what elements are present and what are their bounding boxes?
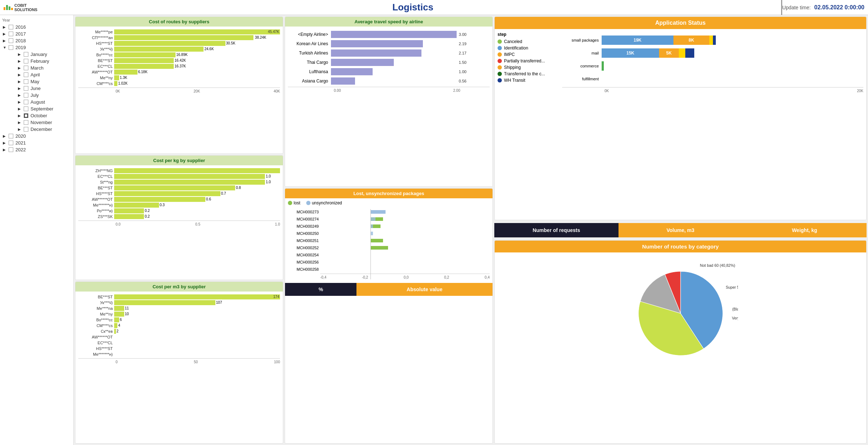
lost-axis-line bbox=[320, 274, 490, 274]
step-label: step bbox=[498, 32, 559, 37]
sidebar-item-2022[interactable]: ▶ 2022 bbox=[2, 146, 71, 153]
sidebar-label-december: December bbox=[31, 127, 52, 132]
checkbox-july[interactable] bbox=[24, 93, 28, 98]
sidebar-item-june[interactable]: ▶ June bbox=[8, 85, 71, 92]
sidebar-item-2020[interactable]: ▶ 2020 bbox=[2, 133, 71, 139]
checkbox-march[interactable] bbox=[24, 66, 28, 70]
bar-fill-zh bbox=[114, 168, 280, 173]
sidebar-item-2021[interactable]: ▶ 2021 bbox=[2, 139, 71, 146]
number-requests-button[interactable]: Number of requests bbox=[494, 223, 619, 237]
expand-arrow-2019: ▼ bbox=[3, 46, 6, 49]
status-bars-mail: 15K 5K bbox=[602, 48, 863, 58]
app-status-header: Application Status bbox=[495, 17, 866, 29]
bar-fill-aw bbox=[114, 70, 137, 75]
checkbox-november[interactable] bbox=[24, 120, 28, 125]
sidebar-label-june: June bbox=[31, 86, 41, 91]
checkbox-may[interactable] bbox=[24, 79, 28, 84]
bar-m3-meny: Ме**ny 10 bbox=[78, 312, 280, 317]
logo-bar-4 bbox=[11, 8, 13, 10]
bar-fill-ro bbox=[114, 208, 144, 213]
wh-dot bbox=[498, 78, 502, 82]
update-label: Update time: bbox=[782, 5, 811, 10]
checkbox-december[interactable] bbox=[24, 127, 28, 132]
lost-row-274: MCH000274 bbox=[320, 216, 490, 222]
sidebar-item-may[interactable]: ▶ May bbox=[8, 78, 71, 85]
checkbox-2017[interactable] bbox=[9, 32, 13, 36]
status-row-small: small packages 19K 8K bbox=[562, 35, 863, 45]
sidebar-item-december[interactable]: ▶ December bbox=[8, 126, 71, 133]
lost-row-251: MCH000251 bbox=[320, 238, 490, 243]
cost-kg-header: Cost per kg by supplier bbox=[75, 156, 283, 165]
header-update: Update time: 02.05.2022 0:00:00 bbox=[782, 4, 864, 11]
cost-kg-panel: Cost per kg by supplier ZH****NG EC***CL bbox=[75, 155, 283, 280]
lost-packages-header: Lost, unsynchronized packages bbox=[285, 189, 493, 198]
expand-arrow-2016: ▶ bbox=[3, 25, 6, 29]
absolute-button[interactable]: Absolute value bbox=[356, 283, 493, 296]
bar-kg-zh: ZH****NG bbox=[78, 168, 280, 173]
weight-button[interactable]: Weight, kg bbox=[742, 223, 867, 237]
lost-row-258: MCH000258 bbox=[320, 266, 490, 272]
bar-fill-ec-kg bbox=[114, 174, 265, 179]
lost-body: MCH000273 MCH000274 bbox=[285, 209, 493, 281]
logo-icon bbox=[4, 5, 13, 10]
sidebar-item-march[interactable]: ▶ March bbox=[8, 65, 71, 71]
checkbox-2016[interactable] bbox=[9, 25, 13, 29]
green-bar-commerce bbox=[602, 61, 604, 71]
pct-button[interactable]: % bbox=[285, 283, 356, 296]
cost-routes-header: Cost of routes by suppliers bbox=[75, 17, 283, 27]
sidebar-label-august: August bbox=[31, 99, 45, 105]
checkbox-february[interactable] bbox=[24, 59, 28, 63]
checkbox-2022[interactable] bbox=[9, 147, 13, 152]
routes-category-header: Number of routes by category bbox=[495, 241, 866, 252]
checkbox-october[interactable] bbox=[24, 113, 28, 118]
sidebar-item-2017[interactable]: ▶ 2017 bbox=[2, 30, 71, 37]
bar-fill-st bbox=[114, 180, 265, 185]
logo-text: COBITSOLUTIONS bbox=[14, 3, 37, 12]
bar-kg-hs: HS****ST 0.7 bbox=[78, 191, 280, 196]
sidebar-item-january[interactable]: ▶ January bbox=[8, 51, 71, 58]
sidebar-item-february[interactable]: ▶ February bbox=[8, 58, 71, 65]
bar-m3-aw: AW******OT bbox=[78, 335, 280, 340]
sidebar-label-september: September bbox=[31, 106, 53, 112]
checkbox-august[interactable] bbox=[24, 100, 28, 104]
sidebar-item-july[interactable]: ▶ July bbox=[8, 92, 71, 99]
checkbox-2018[interactable] bbox=[9, 38, 13, 43]
logo-bar-1 bbox=[4, 7, 5, 10]
speed-row-korean: Korean Air Lines 2.19 bbox=[288, 40, 490, 47]
checkbox-june[interactable] bbox=[24, 86, 28, 91]
main-charts: Cost of routes by suppliers Ме*****ре 45… bbox=[74, 15, 868, 445]
checkbox-2021[interactable] bbox=[9, 141, 13, 145]
sidebar-item-2019[interactable]: ▼ 2019 bbox=[2, 44, 71, 51]
sidebar-item-2016[interactable]: ▶ 2016 bbox=[2, 24, 71, 30]
expand-arrow-2022: ▶ bbox=[3, 148, 6, 152]
orange-bar-mail: 5K bbox=[659, 48, 679, 58]
cost-routes-axis: 0K 20K 40K bbox=[78, 89, 280, 93]
bar-fill-uk-m3 bbox=[114, 300, 215, 305]
charts-area: Cost of routes by suppliers Ме*****ре 45… bbox=[74, 15, 868, 445]
status-bars-commerce bbox=[602, 61, 863, 71]
sidebar-item-october[interactable]: ▶ October bbox=[8, 112, 71, 119]
canceled-label: Canceled bbox=[504, 39, 522, 44]
sidebar-label-october: October bbox=[31, 113, 47, 118]
sidebar-item-november[interactable]: ▶ November bbox=[8, 119, 71, 126]
sidebar-label-april: April bbox=[31, 72, 40, 77]
checkbox-september[interactable] bbox=[24, 106, 28, 111]
legend-identification: Identification bbox=[498, 46, 559, 51]
bar-m3-be: BE***ST 174 bbox=[78, 294, 280, 299]
checkbox-january[interactable] bbox=[24, 52, 28, 57]
checkbox-2019[interactable] bbox=[9, 45, 13, 50]
sidebar-item-september[interactable]: ▶ September bbox=[8, 105, 71, 112]
checkbox-2020[interactable] bbox=[9, 134, 13, 138]
cost-m3-axis-line bbox=[78, 358, 280, 359]
status-row-fulfillment: fulfillment bbox=[562, 74, 863, 84]
cost-routes-body: Ме*****ре 45.47K СП*******ан 38.24K bbox=[75, 27, 283, 95]
legend-wh: WH Transit bbox=[498, 78, 559, 83]
sidebar-item-august[interactable]: ▶ August bbox=[8, 99, 71, 105]
bar-m3-hs: HS****ST bbox=[78, 346, 280, 351]
sidebar-item-april[interactable]: ▶ April bbox=[8, 71, 71, 78]
bar-fill-be-kg bbox=[114, 185, 235, 190]
volume-button[interactable]: Volume, m3 bbox=[619, 223, 743, 237]
bar-row-bo: Во*****сс 16.89K bbox=[78, 52, 280, 57]
sidebar-item-2018[interactable]: ▶ 2018 bbox=[2, 37, 71, 44]
checkbox-april[interactable] bbox=[24, 72, 28, 77]
